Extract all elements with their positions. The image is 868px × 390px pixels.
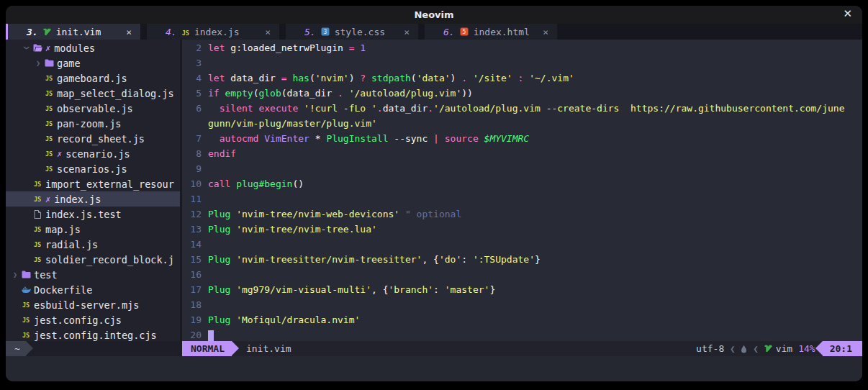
code-text: endif [202, 146, 236, 161]
line-number: 7 [182, 131, 202, 146]
tree-item-radial.js[interactable]: JSradial.js [6, 237, 180, 252]
code-line-2[interactable]: 2let g:loaded_netrwPlugin = 1 [182, 40, 862, 55]
line-number [182, 116, 202, 131]
chevron-left-icon: ❮ [730, 344, 735, 354]
tab-close-icon[interactable]: × [404, 27, 410, 37]
line-number: 15 [182, 252, 202, 267]
code-text: Plug 'nvim-treesitter/nvim-treesitter', … [202, 252, 541, 267]
line-number: 11 [182, 191, 202, 207]
tree-item-label: radial.js [45, 239, 98, 250]
tree-item-label: Dockerfile [34, 284, 92, 296]
code-text: Plug 'nvim-tree/nvim-web-devicons' " opt… [202, 207, 461, 222]
code-text: let data_dir = has('nvim') ? stdpath('da… [202, 71, 574, 86]
code-editor[interactable]: 2let g:loaded_netrwPlugin = 134let data_… [182, 40, 862, 341]
tree-item-map.js[interactable]: JSmap.js [6, 222, 180, 237]
javascript-icon: JS [43, 75, 55, 82]
line-number: 18 [182, 297, 202, 312]
tab-label: index.html [474, 27, 530, 37]
tree-item-gameboard.js[interactable]: JSgameboard.js [6, 71, 180, 86]
code-line-wrap[interactable]: gunn/vim-plug/master/plug.vim' [182, 116, 862, 131]
titlebar: Neovim ✕ [6, 6, 862, 24]
statusline-filename: init.vim [239, 341, 291, 356]
tab-close-icon[interactable]: × [126, 27, 132, 37]
code-text: if empty(glob(data_dir . '/autoload/plug… [202, 86, 473, 101]
code-line-16[interactable]: 16 [182, 267, 862, 282]
javascript-icon: JS [43, 135, 55, 142]
tree-item-jest.config.cjs[interactable]: JSjest.config.cjs [6, 312, 180, 327]
docker-icon [20, 286, 32, 294]
tab-close-icon[interactable]: × [543, 27, 548, 37]
tree-item-scenarios.js[interactable]: JSscenarios.js [6, 161, 180, 176]
tab-index.js[interactable]: 4.JSindex.js× [147, 24, 279, 40]
tree-item-index.js[interactable]: JS✗index.js [6, 191, 180, 207]
line-number: 2 [182, 40, 202, 55]
tree-item-Dockerfile[interactable]: Dockerfile [6, 282, 180, 297]
tree-item-modules[interactable]: ❯✗modules [6, 40, 180, 55]
tree-item-record_sheet.js[interactable]: JSrecord_sheet.js [6, 131, 180, 146]
tab-close-icon[interactable]: × [265, 27, 271, 37]
code-line-5[interactable]: 5if empty(glob(data_dir . '/autoload/plu… [182, 86, 862, 101]
tree-item-jest.config.integ.cjs[interactable]: JSjest.config.integ.cjs [6, 327, 180, 341]
tab-buffer-number: 3. [27, 27, 38, 37]
command-line[interactable] [6, 356, 862, 381]
tree-item-game[interactable]: ❯game [6, 55, 180, 71]
line-number: 6 [182, 101, 202, 116]
tree-item-label: jest.config.integ.cjs [34, 330, 157, 341]
line-number: 19 [182, 312, 202, 327]
code-line-7[interactable]: 7 autocmd VimEnter * PlugInstall --sync … [182, 131, 862, 146]
body: ❯✗modules❯gameJSgameboard.jsJSmap_select… [6, 40, 862, 341]
code-text [202, 191, 208, 207]
code-line-15[interactable]: 15Plug 'nvim-treesitter/nvim-treesitter'… [182, 252, 862, 267]
tree-item-label: esbuild-server.mjs [34, 299, 139, 311]
tree-statusline-marker: ~ [6, 341, 26, 356]
window-title: Neovim [414, 9, 453, 20]
javascript-icon: JS [20, 301, 32, 309]
tree-item-import_external_resour[interactable]: JSimport_external_resour [6, 176, 180, 191]
code-line-20[interactable]: 20 [182, 327, 862, 341]
tree-item-pan-zoom.js[interactable]: JSpan-zoom.js [6, 116, 180, 131]
tree-item-index.js.test[interactable]: index.js.test [6, 207, 180, 222]
git-modified-icon: ✗ [45, 43, 50, 53]
tab-init.vim[interactable]: 3.init.vim× [8, 24, 140, 40]
tab-index.html[interactable]: 6.5index.html× [425, 24, 557, 40]
chevron-right-icon[interactable]: ❯ [33, 59, 43, 67]
tree-item-label: gameboard.js [57, 73, 127, 84]
javascript-icon: JS [20, 332, 32, 339]
code-line-12[interactable]: 12Plug 'nvim-tree/nvim-web-devicons' " o… [182, 207, 862, 222]
tab-style.css[interactable]: 5.3style.css× [286, 24, 418, 40]
code-line-17[interactable]: 17Plug 'mg979/vim-visual-multi', {'branc… [182, 282, 862, 297]
code-text [202, 55, 208, 71]
encoding-label: utf-8 [696, 343, 724, 354]
chevron-left-icon: ❮ [753, 344, 758, 354]
chevron-down-icon[interactable]: ❯ [23, 43, 31, 53]
code-line-19[interactable]: 19Plug 'Mofiqul/dracula.nvim' [182, 312, 862, 327]
folder-icon [20, 271, 32, 278]
javascript-icon: JS [32, 181, 43, 188]
tree-item-soldier_record_block.j[interactable]: JSsoldier_record_block.j [6, 252, 180, 267]
svg-text:3: 3 [323, 29, 327, 35]
code-line-4[interactable]: 4let data_dir = has('nvim') ? stdpath('d… [182, 71, 862, 86]
tree-item-test[interactable]: ❯test [6, 267, 180, 282]
code-line-8[interactable]: 8endif [182, 146, 862, 161]
powerline-arrow-icon [26, 341, 33, 355]
code-text: autocmd VimEnter * PlugInstall --sync | … [202, 131, 529, 146]
tree-item-scenario.js[interactable]: JS✗scenario.js [6, 146, 180, 161]
chevron-right-icon[interactable]: ❯ [10, 271, 20, 278]
window-close-icon[interactable]: ✕ [843, 7, 852, 20]
line-number: 4 [182, 71, 202, 86]
tree-item-map_select_dialog.js[interactable]: JSmap_select_dialog.js [6, 86, 180, 101]
line-number: 13 [182, 222, 202, 237]
code-line-13[interactable]: 13Plug 'nvim-tree/nvim-tree.lua' [182, 222, 862, 237]
tree-item-label: soldier_record_block.j [45, 254, 174, 266]
code-line-3[interactable]: 3 [182, 55, 862, 71]
code-line-6[interactable]: 6 silent execute '!curl -fLo '.data_dir.… [182, 101, 862, 116]
code-line-10[interactable]: 10call plug#begin() [182, 176, 862, 191]
code-line-18[interactable]: 18 [182, 297, 862, 312]
file-icon [32, 210, 43, 219]
code-line-14[interactable]: 14 [182, 237, 862, 252]
code-line-11[interactable]: 11 [182, 191, 862, 207]
tree-item-esbuild-server.mjs[interactable]: JSesbuild-server.mjs [6, 297, 180, 312]
tree-item-observable.js[interactable]: JSobservable.js [6, 101, 180, 116]
code-line-9[interactable]: 9 [182, 161, 862, 176]
code-text [202, 297, 208, 312]
